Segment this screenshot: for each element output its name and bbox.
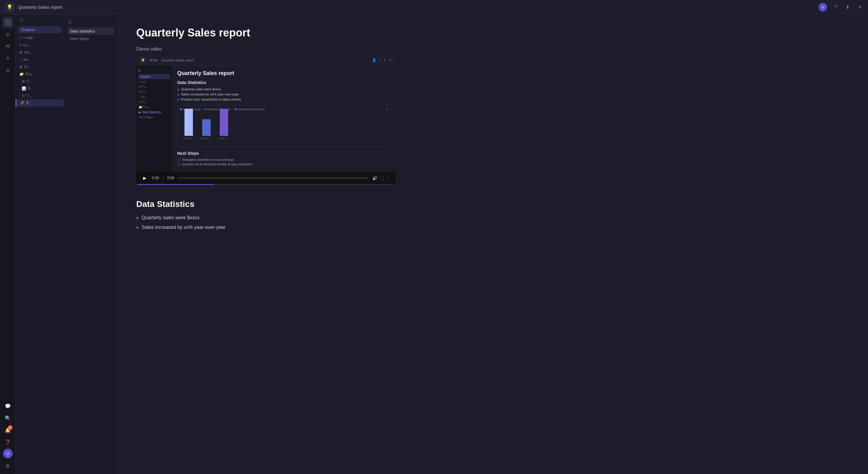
more-options-icon[interactable]: ⋮ (386, 176, 391, 180)
grid-label: Gri... (24, 50, 32, 55)
current-icon: 📌 (20, 101, 24, 105)
add-label: + Add (23, 36, 33, 40)
page-title: Quarterly Sales report (136, 27, 850, 39)
sidebar-item-new[interactable]: ○ Ne... (16, 56, 64, 63)
bar-hardware (202, 119, 211, 136)
nested-content: ☰ Explore + Add ⊞ Cu... ⊞ Gr... ○ Ne... … (136, 65, 396, 172)
sidebar-item-current[interactable]: 📌 T... (16, 99, 64, 107)
chart-legend: Cyber Security Hardware Upgrades Softwar… (180, 108, 388, 111)
sidebar-icon-bell[interactable]: 🔔 67 (2, 425, 13, 435)
bullet-item-2: Sales increased by xx% year-over-year (136, 225, 850, 230)
play-button[interactable]: ▶ (141, 174, 148, 181)
icon-sidebar-top: ⬛ ⊞ ⚙ (2, 17, 13, 399)
sidebar-item-give[interactable]: ⊞ Gi... (16, 63, 64, 70)
close-icon-titlebar[interactable]: ✕ (856, 4, 863, 11)
add-icon: + (19, 36, 22, 40)
nested-nav-ds: ▶ Data Statistics (136, 110, 172, 115)
users-icon (5, 44, 10, 49)
video-controls: ▶ 0:00 / 0:06 🔊 ⛶ ⋮ (136, 172, 396, 184)
user-avatar-titlebar[interactable]: U (818, 3, 827, 11)
folder-icon: 📁 (19, 72, 24, 76)
nested-nav-ns: Next Steps (136, 115, 172, 120)
nav-sidebar: ☰ Explore + + Add # Cu... ⊞ Gri... ○ Ne.… (16, 14, 64, 474)
nested-user-icon: 👤 (372, 58, 376, 62)
sidebar-icon-users[interactable] (2, 41, 13, 52)
new-label: Ne... (23, 58, 31, 62)
nested-help-icon: ? (379, 58, 381, 62)
nested-explore: Explore (138, 74, 170, 79)
nested-data-stats-title: Data Statistics (177, 80, 391, 85)
legend-label-software: Software Development (238, 108, 265, 111)
bar-label-hardware: Hardware... (200, 137, 213, 140)
nested-logo: 💡 (140, 57, 146, 63)
sidebar-icon-help[interactable]: ❓ (2, 437, 13, 447)
help-icon-titlebar[interactable]: ? (832, 4, 839, 11)
chart-bar-hardware: Hardware... (200, 119, 213, 140)
sidebar-item-projects[interactable]: 📁 Pro... (16, 70, 64, 78)
toc-collapse-icon[interactable]: ☰ (67, 19, 114, 25)
main-layout: ⬛ ⊞ ⚙ 💬 🔍 (0, 14, 868, 474)
duration: 0:06 (167, 176, 174, 180)
sidebar-icon-search[interactable]: 🔍 (2, 413, 13, 424)
bullet-item-1: Quarterly sales were $xxxx (136, 215, 850, 221)
checkbox-label-2: Increase xxx to maximize number of yyyy … (182, 163, 252, 166)
video-progress-bar-bottom (136, 184, 396, 185)
icon-sidebar-bottom: 💬 🔍 🔔 67 ❓ U 🗑 (2, 401, 13, 472)
sidebar-item-c1[interactable]: ⊞ C... (16, 78, 64, 85)
nested-main-title: Quarterly Sales report (177, 70, 391, 76)
nested-sidebar-header: ☰ (136, 68, 172, 73)
sidebar-explore-label[interactable]: Explore (18, 26, 61, 33)
nav-sidebar-header: ☰ (16, 14, 64, 25)
bullet-dot-2 (136, 227, 138, 229)
bullet-text-1: Quarterly sales were $xxxx (142, 215, 199, 221)
p1-label: P... (28, 87, 33, 91)
nested-checkbox-1: Strengthen promotion of xxxx and yyyy (177, 158, 391, 161)
sidebar-item-customers[interactable]: # Cu... (16, 41, 64, 49)
sidebar-item-grid[interactable]: ⊞ Gri... (16, 49, 64, 56)
sidebar-icon-chat[interactable]: 💬 (2, 401, 13, 411)
sidebar-collapse-icon[interactable]: ☰ (19, 17, 24, 23)
title-bar-actions: U ? ⬇ ✕ (818, 3, 863, 11)
volume-icon[interactable]: 🔊 (372, 176, 377, 180)
t1-icon: 🏷 (22, 94, 25, 98)
rocket-icon (5, 56, 10, 61)
video-controls-right: 🔊 ⛶ ⋮ (372, 176, 391, 180)
nested-sidebar: ☰ Explore + Add ⊞ Cu... ⊞ Gr... ○ Ne... … (136, 65, 173, 172)
user-avatar[interactable]: U (3, 449, 13, 458)
sidebar-icon-monitor[interactable]: ⬛ (2, 17, 13, 28)
progress-bar[interactable] (178, 177, 369, 178)
bar-label-software: Software... (183, 137, 194, 140)
grid-icon: ⊞ (19, 50, 22, 55)
sidebar-icon-settings[interactable]: ⚙ (2, 65, 13, 76)
bar-software (184, 109, 193, 136)
sidebar-icon-rocket[interactable] (2, 53, 13, 64)
nested-close-icon: ✕ (389, 58, 392, 62)
bullet-text-2: Sales increased by xx% year-over-year (142, 225, 225, 230)
nested-nav-ne: ○ Ne... (136, 94, 172, 99)
checkbox-2 (177, 163, 180, 166)
sidebar-item-p1[interactable]: 📊 P... (16, 85, 64, 92)
download-icon-titlebar[interactable]: ⬇ (844, 4, 851, 11)
video-progress-fill (136, 184, 214, 185)
svg-point-2 (7, 58, 9, 59)
video-screenshot-header: 💡 AITab Quarterly Sales report 👤 ? ⬇ ✕ (136, 56, 396, 65)
toc-item-next-steps[interactable]: Next Steps (67, 35, 114, 42)
sidebar-icon-trash[interactable]: 🗑 (2, 461, 13, 472)
icon-sidebar: ⬛ ⊞ ⚙ 💬 🔍 (0, 14, 16, 474)
sidebar-icon-grid[interactable]: ⊞ (2, 29, 13, 40)
new-icon: ○ (19, 58, 22, 62)
main-content: Quarterly Sales report Demo video 💡 AITa… (118, 14, 868, 474)
toc-item-data-statistics[interactable]: Data Statistics (67, 27, 114, 35)
nested-app-name: AITab (150, 59, 158, 62)
chart-add-icon: + (386, 107, 388, 111)
demo-video-label: Demo video (136, 46, 850, 52)
nested-bullet-2: Sales increased by xx% year-over-year (177, 93, 391, 96)
c1-icon: ⊞ (22, 79, 25, 83)
nested-nav-pro: 📁 Pro... (136, 104, 172, 110)
legend-dot-cyber (180, 108, 182, 110)
fullscreen-icon[interactable]: ⛶ (380, 176, 384, 180)
sidebar-item-t1[interactable]: 🏷 T... (16, 92, 64, 99)
sidebar-add-button[interactable]: + + Add (16, 34, 64, 41)
nested-add: + Add (136, 80, 172, 84)
customers-label: Cu... (23, 43, 31, 47)
